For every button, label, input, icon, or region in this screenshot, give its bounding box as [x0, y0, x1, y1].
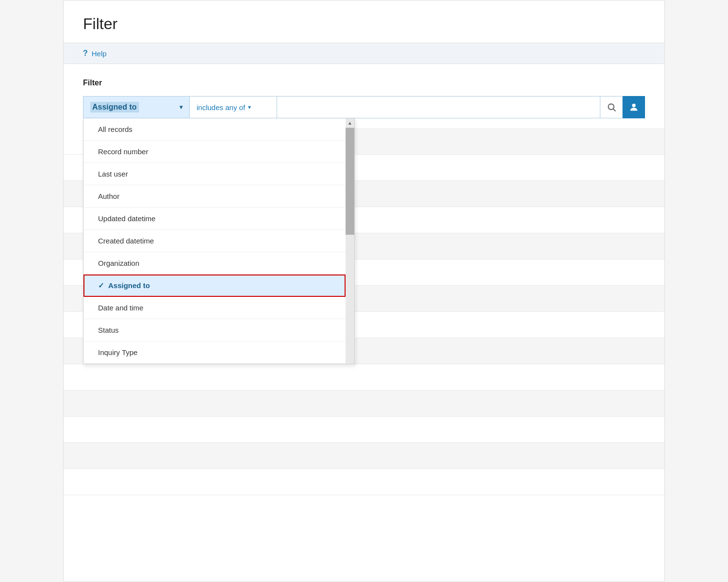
- condition-dropdown[interactable]: includes any of ▾: [190, 96, 277, 118]
- dropdown-item-updated-datetime[interactable]: Updated datetime: [83, 208, 346, 230]
- dropdown-item-date-and-time[interactable]: Date and time: [83, 297, 346, 319]
- dropdown-item-status[interactable]: Status: [83, 319, 346, 341]
- empty-row-11: [64, 417, 664, 443]
- field-dropdown-chevron-icon: ▾: [180, 104, 182, 111]
- help-icon: ?: [83, 49, 88, 58]
- user-icon: [629, 102, 639, 113]
- selected-checkmark-icon: ✓: [98, 281, 104, 290]
- dropdown-item-all-records[interactable]: All records: [83, 118, 346, 141]
- field-dropdown[interactable]: Assigned to ▾: [83, 96, 190, 118]
- dropdown-item-assigned-to[interactable]: ✓Assigned to: [83, 275, 346, 297]
- help-link[interactable]: Help: [92, 49, 107, 58]
- scrollbar-thumb[interactable]: [346, 128, 354, 235]
- search-button[interactable]: [600, 96, 623, 118]
- condition-dropdown-chevron-icon: ▾: [248, 104, 251, 111]
- empty-row-10: [64, 390, 664, 417]
- user-icon-button[interactable]: [623, 96, 645, 118]
- dropdown-item-organization[interactable]: Organization: [83, 252, 346, 275]
- scrollbar-up-arrow[interactable]: ▲: [346, 118, 354, 128]
- empty-row-13: [64, 469, 664, 495]
- dropdown-item-created-datetime[interactable]: Created datetime: [83, 230, 346, 252]
- condition-dropdown-value: includes any of: [197, 103, 245, 112]
- field-dropdown-value: Assigned to: [90, 102, 139, 113]
- svg-point-2: [632, 104, 635, 107]
- field-dropdown-menu: All records Record number Last user Auth…: [83, 118, 355, 364]
- empty-row-9: [64, 364, 664, 390]
- search-input[interactable]: [277, 96, 600, 118]
- dropdown-item-last-user[interactable]: Last user: [83, 163, 346, 185]
- search-icon: [607, 102, 616, 112]
- help-bar: ? Help: [64, 43, 664, 64]
- empty-row-12: [64, 443, 664, 469]
- svg-point-0: [608, 104, 614, 110]
- dropdown-item-record-number[interactable]: Record number: [83, 141, 346, 163]
- page-title: Filter: [83, 15, 645, 33]
- filter-section-label: Filter: [83, 79, 645, 87]
- dropdown-item-inquiry-type[interactable]: Inquiry Type: [83, 341, 346, 364]
- svg-line-1: [613, 109, 615, 112]
- dropdown-item-author[interactable]: Author: [83, 185, 346, 208]
